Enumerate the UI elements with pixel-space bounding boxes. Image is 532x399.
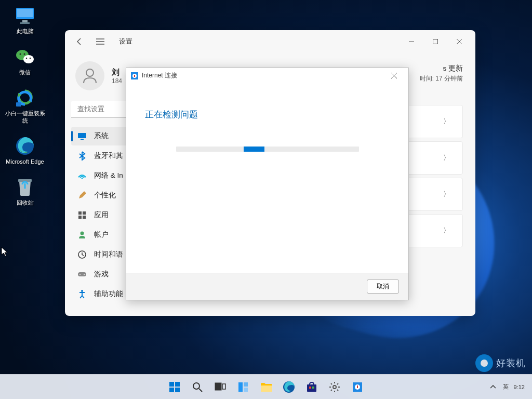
svg-rect-54 — [307, 384, 316, 392]
desktop-icons-column: 此电脑 微信 小白一键重装系统 Microsoft Edge 回收站 — [4, 5, 46, 206]
nav-label: 游戏 — [94, 270, 109, 279]
maximize-button[interactable] — [423, 33, 447, 50]
desktop-icon-label: 回收站 — [17, 200, 34, 206]
system-icon — [77, 131, 87, 141]
cancel-button[interactable]: 取消 — [367, 280, 399, 294]
network-icon — [77, 171, 87, 180]
svg-rect-3 — [20, 22, 30, 24]
svg-rect-38 — [134, 75, 135, 77]
svg-rect-51 — [244, 388, 248, 392]
file-explorer-icon[interactable] — [256, 377, 276, 397]
svg-point-57 — [333, 385, 336, 389]
accounts-icon — [77, 230, 87, 240]
edge-taskbar-icon[interactable] — [278, 377, 299, 397]
svg-rect-44 — [175, 388, 180, 392]
chevron-right-icon: 〉 — [443, 226, 450, 235]
dialog-heading: 正在检测问题 — [145, 109, 390, 121]
svg-point-8 — [26, 58, 28, 59]
svg-rect-48 — [222, 384, 225, 389]
svg-rect-19 — [433, 39, 438, 44]
close-button[interactable] — [447, 33, 471, 50]
gaming-icon — [77, 270, 87, 279]
ime-indicator[interactable]: 英 — [503, 383, 509, 391]
svg-rect-55 — [309, 387, 311, 389]
svg-rect-1 — [17, 9, 33, 17]
bluetooth-icon — [77, 151, 87, 161]
watermark-logo-icon — [475, 354, 493, 372]
desktop-icon-label: 微信 — [19, 69, 31, 76]
clock[interactable]: 9:12 — [514, 384, 525, 390]
svg-rect-28 — [78, 216, 82, 219]
svg-rect-49 — [238, 382, 243, 392]
dialog-close-button[interactable] — [383, 69, 404, 83]
chevron-right-icon: 〉 — [443, 153, 450, 163]
svg-point-45 — [193, 383, 200, 389]
tray-overflow-icon[interactable] — [488, 383, 498, 391]
avatar-icon — [75, 61, 104, 90]
svg-point-25 — [82, 178, 83, 179]
nav-label: 应用 — [94, 210, 109, 220]
nav-label: 帐户 — [94, 230, 109, 240]
window-titlebar: 设置 — [65, 30, 475, 53]
desktop-icon-xiaobai[interactable]: 小白一键重装系统 — [4, 87, 46, 124]
troubleshooter-dialog: Internet 连接 正在检测问题 取消 — [126, 68, 409, 300]
wechat-icon — [15, 46, 35, 67]
desktop-icon-recycle-bin[interactable]: 回收站 — [4, 177, 46, 206]
desktop-icon-this-pc[interactable]: 此电脑 — [4, 5, 46, 35]
settings-taskbar-icon[interactable] — [324, 377, 345, 397]
svg-rect-43 — [169, 388, 174, 392]
svg-point-22 — [86, 69, 94, 76]
window-title: 设置 — [119, 37, 132, 46]
svg-rect-52 — [261, 385, 272, 392]
svg-point-5 — [23, 55, 34, 63]
progress-bar — [176, 147, 359, 152]
nav-label: 系统 — [94, 131, 109, 141]
taskbar-search-icon[interactable] — [187, 377, 208, 397]
desktop-icon-label: 此电脑 — [17, 28, 34, 35]
windows-update-card[interactable]: s 更新 时间: 17 分钟前 — [420, 63, 463, 83]
desktop-icon-edge[interactable]: Microsoft Edge — [4, 136, 46, 165]
svg-point-33 — [79, 274, 81, 275]
svg-rect-26 — [78, 211, 82, 215]
svg-point-34 — [84, 274, 85, 275]
widgets-icon[interactable] — [233, 377, 254, 397]
desktop-icon-label: Microsoft Edge — [6, 158, 44, 165]
nav-label: 个性化 — [94, 191, 116, 200]
svg-point-30 — [81, 232, 84, 235]
watermark-text: 好装机 — [496, 357, 526, 369]
store-icon[interactable] — [301, 377, 322, 397]
apps-icon — [77, 210, 87, 220]
personalize-icon — [77, 191, 87, 200]
svg-rect-32 — [78, 272, 86, 276]
desktop-icon-label: 小白一键重装系统 — [4, 110, 46, 124]
back-button[interactable] — [73, 35, 86, 48]
edge-icon — [15, 136, 35, 156]
start-button[interactable] — [164, 377, 185, 397]
dialog-titlebar: Internet 连接 — [126, 68, 408, 84]
nav-label: 网络 & In — [94, 171, 123, 180]
svg-rect-56 — [312, 387, 314, 389]
desktop-icon-wechat[interactable]: 微信 — [4, 46, 46, 76]
svg-rect-29 — [83, 216, 86, 219]
diagnostic-taskbar-icon[interactable] — [347, 377, 368, 397]
hamburger-menu-icon[interactable] — [94, 35, 107, 48]
svg-point-9 — [30, 58, 31, 59]
svg-rect-42 — [175, 382, 180, 387]
watermark: 好装机 — [475, 354, 526, 372]
task-view-icon[interactable] — [210, 377, 231, 397]
chevron-right-icon: 〉 — [443, 190, 450, 199]
profile-name: 刘 — [112, 68, 122, 77]
profile-sub: 184 — [112, 77, 122, 85]
svg-rect-60 — [357, 385, 358, 388]
minimize-button[interactable] — [400, 33, 423, 50]
svg-rect-23 — [78, 133, 86, 138]
taskbar: 英 9:12 — [0, 374, 532, 399]
svg-rect-41 — [169, 382, 174, 387]
svg-point-7 — [24, 54, 25, 55]
nav-label: 辅助功能 — [94, 289, 123, 299]
diagnostic-icon — [130, 72, 139, 80]
refresh-shield-icon — [15, 87, 35, 108]
time-lang-icon — [77, 250, 87, 259]
svg-rect-50 — [244, 382, 248, 387]
nav-label: 蓝牙和其 — [94, 151, 123, 161]
